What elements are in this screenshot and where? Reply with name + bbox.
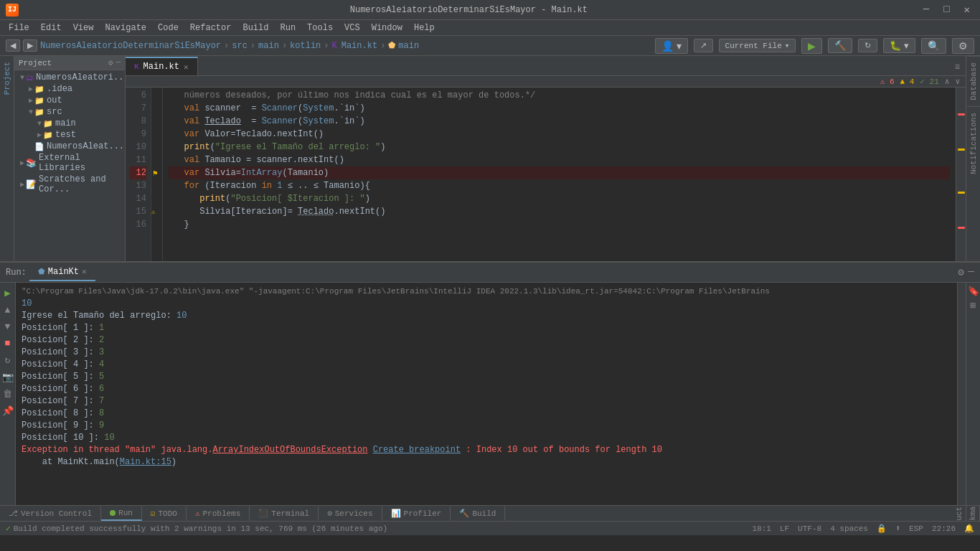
run-reload-button[interactable]: ↻ [858,39,877,52]
code-area[interactable]: números deseados, por último nos indica … [163,88,956,261]
menu-help[interactable]: Help [408,22,440,34]
navigate-down-icon[interactable]: ∨ [955,77,960,86]
run-green-button[interactable]: ▶ [801,38,822,54]
tab-close-mainkt[interactable]: ✕ [184,62,189,72]
notifications-icon[interactable]: 🔔 [964,524,974,533]
tree-root-label: NumerosAleatori... [36,72,125,83]
run-settings-icon[interactable]: ⚙ [958,266,963,278]
back-button[interactable]: ◀ [6,39,20,52]
settings-button[interactable]: ⚙ [952,38,974,54]
tree-main[interactable]: ▼ 📁 main [14,118,125,129]
nav-crumb-main-fn[interactable]: main [398,41,419,51]
structure-icon[interactable]: ⊞ [971,300,976,311]
nav-crumb-main[interactable]: main [258,41,279,51]
notifications-tab[interactable]: Notifications [967,106,980,180]
run-scroll-down-button[interactable]: ▼ [4,320,12,334]
menu-build[interactable]: Build [237,22,274,34]
footer-todo-tab[interactable]: ☑ TODO [142,507,187,520]
footer-run-tab[interactable]: Run [101,507,142,521]
nav-crumb-kotlin[interactable]: kotlin [290,41,321,51]
run-pin-button[interactable]: 📌 [1,404,15,418]
bottom-tabs: Run: ⬟ MainKt ✕ ⚙ ─ [0,263,980,283]
nav-crumb-src[interactable]: src [232,41,248,51]
line-num-14: 14 [130,192,146,205]
footer-problems-tab[interactable]: ⚠ Problems [187,507,250,520]
run-rerun-button[interactable]: ↻ [4,353,12,367]
database-tab[interactable]: Database [967,56,980,106]
hint-count[interactable]: ✓ 21 [920,77,938,86]
indent-setting[interactable]: 4 spaces [830,524,868,533]
menu-code[interactable]: Code [152,22,184,34]
footer-build-tab[interactable]: 🔨 Build [451,507,505,520]
nav-crumb-project[interactable]: NumerosAleatorioDeterminarSiEsMayor [40,41,221,51]
tab-options-button[interactable]: ≡ [949,60,966,75]
structure-sidebar-tab[interactable]: Structure [953,505,966,521]
bookmarks-icon[interactable]: 🔖 [968,286,979,297]
minimize-button[interactable]: ─ [919,2,933,17]
navigate-up-icon[interactable]: ∧ [945,77,950,86]
run-build-button[interactable]: 🔨 [828,38,852,53]
footer-profiler-tab[interactable]: 📊 Profiler [382,507,451,520]
menu-edit[interactable]: Edit [35,22,67,34]
warning-count[interactable]: ▲ 4 [900,77,915,86]
menu-vcs[interactable]: VCS [339,22,366,34]
run-output[interactable]: "C:\Program Files\Java\jdk-17.0.2\bin\ja… [16,283,957,505]
project-minimize-icon[interactable]: ─ [116,58,121,67]
maximize-button[interactable]: □ [939,2,953,17]
close-button[interactable]: ✕ [960,2,974,17]
tree-root[interactable]: ▼ 🗂 NumerosAleatori... [14,72,125,83]
tab-kt-icon: K [134,62,139,71]
run-trash-button[interactable]: 🗑 [1,387,14,401]
run-scroll-up-button[interactable]: ▲ [4,303,12,317]
menu-bar: File Edit View Navigate Code Refactor Bu… [0,20,980,36]
code-line-6: números deseados, por último nos indica … [169,89,950,102]
tree-idea[interactable]: ▶ 📁 .idea [14,83,125,95]
tree-scratches[interactable]: ▶ 📝 Scratches and Cor... [14,174,125,195]
nav-crumb-mainkt[interactable]: Main.kt [341,41,377,51]
error-count[interactable]: ⚠ 6 [880,77,895,86]
menu-file[interactable]: File [3,22,35,34]
menu-navigate[interactable]: Navigate [99,22,152,34]
nav-profile-button[interactable]: 👤 ▾ [655,38,688,54]
line-num-12: 12 [130,166,146,179]
footer-vcs-tab[interactable]: ⎇ Version Control [0,507,101,520]
project-tab[interactable]: Project [1,59,13,98]
line-ending[interactable]: LF [780,524,789,533]
tree-nums-file[interactable]: ▶ 📄 NumerosAleat... [14,141,125,152]
menu-run[interactable]: Run [274,22,301,34]
tree-test[interactable]: ▶ 📁 test [14,129,125,141]
code-line-9: var Valor=Teclado.nextInt() [169,128,950,141]
run-stop-button[interactable]: ■ [4,336,12,350]
language-indicator[interactable]: ESP [909,524,923,533]
run-play-button[interactable]: ▶ [3,286,11,301]
run-tab-close[interactable]: ✕ [82,267,87,276]
code-line-11: val Tamanio = scanner.nextInt() [169,154,950,166]
tab-run-mainkt[interactable]: ⬟ MainKt ✕ [29,264,95,281]
tree-out[interactable]: ▶ 📁 out [14,95,125,106]
tree-ext-libs[interactable]: ▶ 📚 External Libraries [14,152,125,174]
run-debug-button[interactable]: 🐛 ▾ [883,38,915,53]
footer-terminal-label: Terminal [271,509,309,518]
footer-terminal-tab[interactable]: ⬛ Terminal [250,507,319,520]
bookmarks-sidebar-tab[interactable]: Bookmarks [966,505,980,521]
cursor-position[interactable]: 18:1 [753,524,771,533]
project-gear-icon[interactable]: ⚙ [108,58,113,67]
output-pos-6: Posicion[ 6 ]: 6 [22,383,951,395]
menu-refactor[interactable]: Refactor [184,22,237,34]
current-file-dropdown[interactable]: Current File ▾ [719,39,796,52]
menu-view[interactable]: View [67,22,100,34]
forward-button[interactable]: ▶ [23,39,37,52]
menu-window[interactable]: Window [366,22,408,34]
tree-src[interactable]: ▼ 📁 src [14,106,125,118]
search-everything-button[interactable]: 🔍 [921,38,946,54]
run-camera-button[interactable]: 📷 [1,370,15,385]
menu-tools[interactable]: Tools [301,22,339,34]
run-close-icon[interactable]: ─ [969,266,974,278]
nav-search-button[interactable]: ↗ [694,39,713,52]
project-title: Project [19,59,52,67]
tab-mainkt[interactable]: K Main.kt ✕ [126,57,198,75]
footer-services-tab[interactable]: ⚙ Services [319,507,382,520]
encoding[interactable]: UTF-8 [798,524,821,533]
lock-icon[interactable]: 🔒 [877,524,887,533]
status-right: 18:1 LF UTF-8 4 spaces 🔒 ⬆ ESP 22:26 🔔 [753,523,975,534]
